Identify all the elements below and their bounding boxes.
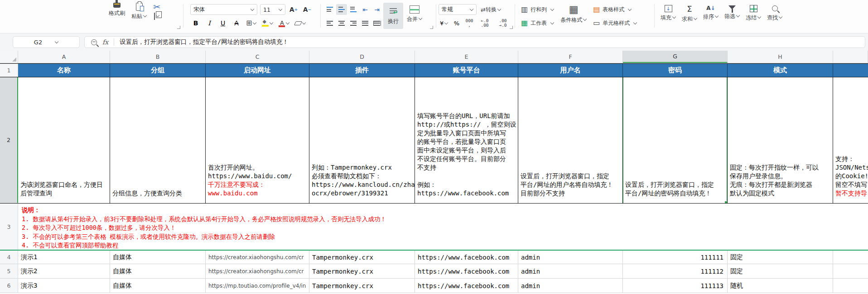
cell-e6[interactable]: https://www.facebook.com [415,279,518,293]
header-cell-group[interactable]: 分组 [110,64,206,77]
row-number-2-selected[interactable]: 2 [0,77,18,203]
align-center-button[interactable] [336,18,347,28]
cell-c4[interactable]: https://creator.xiaohongshu.com/cr [206,251,309,264]
cell-a2[interactable]: 为该浏览器窗口命名，方便日后管理查询 [18,77,110,203]
cell-f6[interactable]: admin [518,279,623,293]
cell-g2-selected[interactable]: 设置后，打开浏览器窗口，指定平台/网址的密码将自动填充！ [623,77,728,203]
header-cell-name[interactable]: 名称 [18,64,110,77]
cell-b4[interactable]: 自媒体 [110,251,206,264]
borders-button[interactable]: ⊞ [245,18,258,28]
column-header-b[interactable]: B [110,51,206,63]
cell-i6[interactable] [833,279,868,293]
freeze-button[interactable]: 冻结 [746,3,761,31]
currency-button[interactable]: ¥ [439,18,449,28]
align-bottom-button[interactable] [348,4,359,15]
cell-a3-notes[interactable]: 说明： 1. 数据请从第4行开始录入，前3行不要删除和处理，系统会默认从第4行开… [18,204,868,250]
number-expander[interactable] [510,26,513,29]
column-header-f[interactable]: F [518,51,623,63]
fx-icon[interactable]: fx [102,38,108,46]
cell-f2[interactable]: 设置后，打开浏览器窗口，指定平台/网址的用户名将自动填充！目前部分不支持 [518,77,623,203]
row-number-6[interactable]: 6 [0,279,18,293]
underline-button[interactable]: U [217,18,228,28]
header-cell-password[interactable]: 密码 [623,64,728,77]
thousands-button[interactable]: 000, [464,18,475,28]
increase-decimal-button[interactable]: ←.0 .00 [477,18,493,28]
alignment-expander[interactable] [430,26,433,29]
cell-style-button[interactable]: ▭ 单元格样式 [593,16,637,30]
cell-h6[interactable]: 随机 [728,279,833,293]
header-cell-url[interactable]: 启动网址 [206,64,309,77]
number-format-select[interactable]: 常规 [439,4,477,15]
row-number-3[interactable]: 3 [0,204,18,250]
column-header-a[interactable]: A [18,51,110,63]
increase-indent-button[interactable]: ⇥ [371,4,382,15]
column-header-i-partial[interactable] [833,51,868,63]
cell-i4[interactable] [833,251,868,264]
column-header-d[interactable]: D [309,51,415,63]
header-cell-platform[interactable]: 账号平台 [415,64,518,77]
paste-button[interactable]: 粘贴 [131,3,147,20]
cell-h5[interactable]: 固定 [728,264,833,279]
cell-reference-box[interactable]: G2 [13,36,80,48]
cell-c2[interactable]: 首次打开的网址。https://www.baidu.com/ 千万注意不要写成：… [206,77,309,203]
font-color-button[interactable]: A [277,18,291,28]
cell-d2[interactable]: 列如：Tampermonkey.crx必须查看帮助文档如下：https://ww… [309,77,415,203]
zoom-icon[interactable] [91,39,97,45]
cell-e4[interactable]: https://www.facebook.com [415,251,518,264]
strikethrough-button[interactable]: A [231,18,242,28]
column-header-h[interactable]: H [728,51,833,63]
column-header-c[interactable]: C [206,51,309,63]
select-all-corner[interactable] [0,51,18,63]
cell-g6[interactable]: 111113 [623,279,728,293]
font-family-select[interactable]: 宋体 [190,4,257,15]
cell-a6[interactable]: 演示3 [18,279,110,293]
cell-a4[interactable]: 演示1 [18,251,110,264]
cell-b5[interactable]: 自媒体 [110,264,206,279]
cell-e2[interactable]: 填写账号平台的URL，URL前请加http://或https:// ，留空则设定… [415,77,518,203]
cell-f4[interactable]: admin [518,251,623,264]
decrease-indent-button[interactable]: ⇤ [360,4,371,15]
cut-copy-button[interactable]: ✂ [153,3,160,20]
header-cell-extra[interactable] [833,64,868,77]
row-number-1[interactable]: 1 [0,64,18,77]
wrap-text-button[interactable]: ↵ 换行 [383,3,403,29]
format-painter-button[interactable]: 格式刷 [109,3,125,20]
sort-button[interactable]: A↓ 排序 [703,3,719,31]
cell-c5[interactable]: https://creator.xiaohongshu.com/cr [206,264,309,279]
filter-button[interactable]: 筛选 [724,3,740,31]
align-top-button[interactable] [324,4,335,15]
sum-button[interactable]: Σ 求和 [682,3,697,31]
cell-g5[interactable]: 111112 [623,264,728,279]
column-header-e[interactable]: E [415,51,518,63]
italic-button[interactable]: I [204,18,215,28]
decrease-decimal-button[interactable]: .00 →.0 [495,18,511,28]
align-right-button[interactable] [348,18,359,28]
convert-button[interactable]: ⇄ 转换 [479,4,502,15]
cell-a5[interactable]: 演示2 [18,264,110,279]
cell-h4[interactable]: 固定 [728,251,833,264]
cell-h2[interactable]: 固定：每次打开指纹一样，可以保存用户登录信息。无痕：每次打开都是新浏览器默认为固… [728,77,833,203]
distributed-button[interactable] [371,18,382,28]
column-header-g-selected[interactable]: G [623,51,728,63]
cell-g4[interactable]: 111111 [623,251,728,264]
justify-button[interactable] [360,18,371,28]
row-number-4[interactable]: 4 [0,251,18,264]
bold-button[interactable]: B [190,18,201,28]
conditional-format-button[interactable]: ▦ 条件格式 [560,3,587,30]
fill-color-button[interactable] [260,18,275,28]
font-size-select[interactable]: 11 [260,4,285,15]
row-number-5[interactable]: 5 [0,264,18,279]
decrease-font-button[interactable]: A− [302,4,313,15]
cell-b2[interactable]: 分组信息，方便查询分类 [110,77,206,203]
clipboard-expander[interactable] [177,26,180,29]
merge-cells-button[interactable]: 合并 [404,3,425,30]
header-cell-plugin[interactable]: 插件 [309,64,415,77]
header-cell-mode[interactable]: 模式 [728,64,833,77]
formula-input[interactable]: fx 设置后，打开浏览器窗口，指定平台/网址的密码将自动填充！ [84,36,865,48]
cell-d6[interactable]: Tampermonkey.crx [309,279,415,293]
cell-d5[interactable]: Tampermonkey.crx [309,264,415,279]
align-middle-button[interactable] [336,4,347,15]
align-left-button[interactable] [324,18,335,28]
rows-cols-button[interactable]: ▥ 行和列 [521,3,554,16]
worksheet-button[interactable]: ▦ 工作表 [521,16,554,30]
